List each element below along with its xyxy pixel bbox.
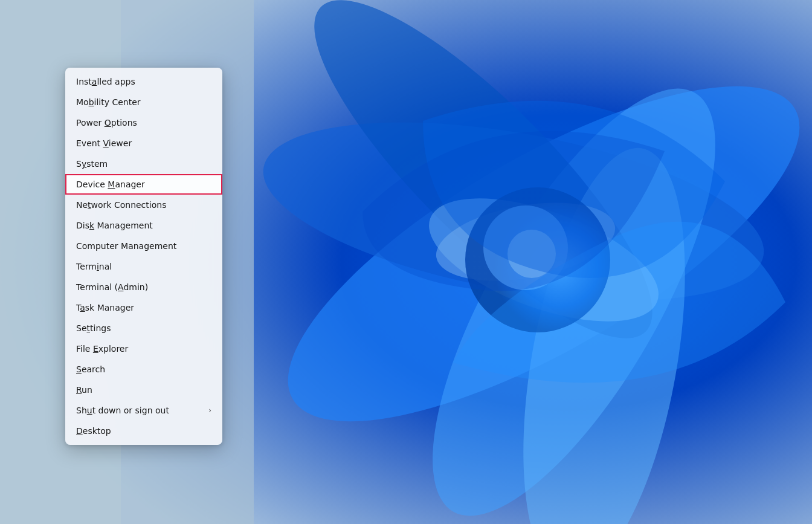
underline-char: y [82,159,86,169]
underline-char: a [92,77,97,86]
menu-item-label-terminal-admin: Terminal (Admin) [76,282,148,292]
menu-item-label-file-explorer: File Explorer [76,344,128,354]
underline-char: O [105,118,111,128]
menu-item-label-network-connections: Network Connections [76,200,166,210]
menu-item-event-viewer[interactable]: Event Viewer [65,133,222,154]
menu-item-label-event-viewer: Event Viewer [76,138,132,148]
menu-item-label-system: System [76,159,108,169]
menu-item-terminal[interactable]: Terminal [65,256,222,277]
menu-item-settings[interactable]: Settings [65,318,222,338]
menu-item-search[interactable]: Search [65,359,222,380]
menu-item-device-manager[interactable]: Device Manager [65,174,222,195]
menu-item-label-search: Search [76,364,105,374]
menu-item-label-task-manager: Task Manager [76,303,134,312]
menu-item-disk-management[interactable]: Disk Management [65,215,222,236]
underline-char: R [76,385,82,395]
menu-item-shut-down[interactable]: Shut down or sign out› [65,400,222,421]
menu-item-installed-apps[interactable]: Installed apps [65,71,222,92]
underline-char: t [88,200,91,210]
menu-item-task-manager[interactable]: Task Manager [65,297,222,318]
underline-char: A [118,282,123,292]
underline-char: a [80,303,85,312]
menu-item-label-device-manager: Device Manager [76,180,145,189]
underline-char: u [87,406,92,415]
underline-char: D [76,426,83,436]
underline-char: E [93,344,98,354]
menu-item-desktop[interactable]: Desktop [65,421,222,441]
underline-char: M [108,180,115,189]
menu-item-label-computer-management: Computer Management [76,241,176,251]
menu-item-power-options[interactable]: Power Options [65,112,222,133]
menu-item-label-installed-apps: Installed apps [76,77,135,86]
underline-char: g [144,241,149,251]
menu-item-network-connections[interactable]: Network Connections [65,195,222,215]
menu-item-label-desktop: Desktop [76,426,111,436]
underline-char: k [89,221,94,230]
menu-item-label-shut-down: Shut down or sign out [76,406,169,415]
menu-item-mobility-center[interactable]: Mobility Center [65,92,222,112]
menu-item-file-explorer[interactable]: File Explorer [65,338,222,359]
menu-item-label-run: Run [76,385,92,395]
menu-item-label-mobility-center: Mobility Center [76,97,141,107]
menu-item-label-settings: Settings [76,323,111,333]
menu-item-run[interactable]: Run [65,380,222,400]
menu-item-terminal-admin[interactable]: Terminal (Admin) [65,277,222,297]
menu-item-label-terminal: Terminal [76,262,112,271]
underline-char: i [97,262,99,271]
menu-item-label-power-options: Power Options [76,118,137,128]
context-menu: Installed appsMobility CenterPower Optio… [65,68,222,445]
underline-char: t [87,323,91,333]
underline-char: b [89,97,94,107]
underline-char: V [103,138,109,148]
submenu-arrow-icon: › [208,406,211,415]
menu-item-computer-management[interactable]: Computer Management [65,236,222,256]
menu-item-system[interactable]: System [65,154,222,174]
underline-char: S [76,364,82,374]
menu-item-label-disk-management: Disk Management [76,221,153,230]
